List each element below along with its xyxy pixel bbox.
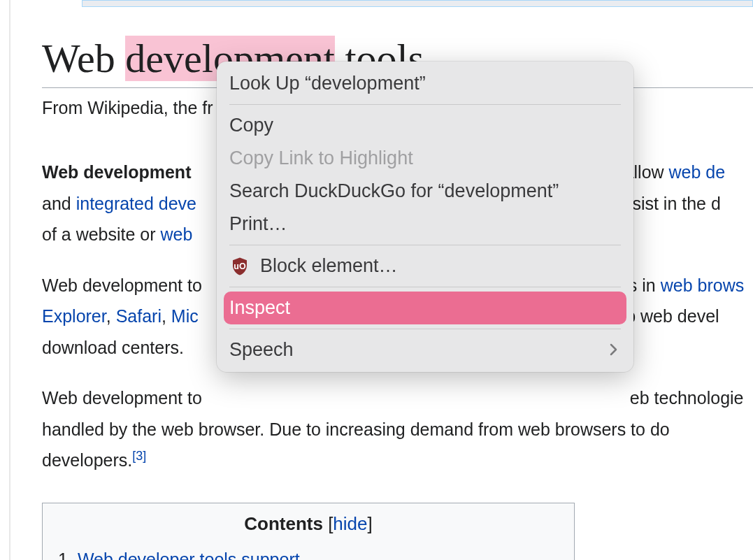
para1-t4: of a website or [42, 224, 161, 244]
para2-t1: Web development to [42, 275, 202, 295]
title-part-1: Web [42, 36, 125, 81]
toc-num-1: 1 [58, 550, 68, 561]
toc-link-1[interactable]: Web developer tools support [78, 550, 300, 561]
chevron-right-icon [610, 340, 618, 360]
menu-item-inspect[interactable]: Inspect [224, 292, 626, 324]
para3-t3: handled by the web browser. Due to incre… [42, 419, 670, 439]
para3-t4: developers. [42, 450, 132, 470]
menu-item-lookup[interactable]: Look Up “development” [217, 67, 633, 100]
link-web-brows[interactable]: web brows [661, 275, 745, 295]
para2-sep1: , [106, 306, 116, 326]
para2-t4: download centers. [42, 338, 184, 357]
menu-item-label: Inspect [229, 297, 290, 319]
toc-header: Contents [hide] [58, 513, 559, 535]
menu-item-label: Search DuckDuckGo for “development” [229, 180, 559, 202]
menu-item-label: Copy [229, 115, 273, 136]
menu-item-copy-link-highlight: Copy Link to Highlight [217, 142, 633, 175]
menu-separator [229, 329, 621, 329]
left-border [9, 0, 10, 560]
menu-item-label: Copy Link to Highlight [229, 148, 413, 169]
link-integrated-deve[interactable]: integrated deve [76, 194, 196, 213]
menu-separator [229, 104, 621, 105]
ublock-shield-icon: uO [229, 256, 250, 277]
para3-t2: eb technologie [630, 388, 744, 408]
toc-item: 1Web developer tools support [58, 543, 559, 561]
toc-title: Contents [244, 513, 323, 534]
top-tab-bar [82, 0, 753, 7]
menu-item-copy[interactable]: Copy [217, 109, 633, 142]
menu-separator [229, 245, 621, 245]
toc-bracket-close: ] [368, 513, 373, 534]
context-menu: Look Up “development” Copy Copy Link to … [217, 62, 633, 372]
menu-item-label: Speech [229, 339, 294, 361]
toc-bracket-open: [ [323, 513, 333, 534]
svg-text:uO: uO [234, 261, 246, 271]
menu-separator [229, 287, 621, 287]
table-of-contents: Contents [hide] 1Web developer tools sup… [42, 503, 575, 561]
para1-bold: Web development [42, 162, 196, 182]
link-mic[interactable]: Mic [171, 306, 199, 326]
menu-item-label: Print… [229, 213, 287, 235]
menu-item-label: Block element… [260, 255, 398, 277]
para1-t2: and [42, 194, 76, 213]
toc-hide-link[interactable]: hide [333, 513, 367, 534]
menu-item-label: Look Up “development” [229, 73, 426, 94]
link-web-de[interactable]: web de [669, 162, 726, 182]
menu-item-speech[interactable]: Speech [217, 333, 633, 366]
menu-item-print[interactable]: Print… [217, 208, 633, 240]
para2-sep2: , [162, 306, 171, 326]
para3-t1: Web development to [42, 388, 202, 408]
menu-item-search-duckduckgo[interactable]: Search DuckDuckGo for “development” [217, 175, 633, 208]
link-explorer[interactable]: Explorer [42, 306, 106, 326]
menu-item-block-element[interactable]: uO Block element… [217, 250, 633, 282]
reference-3[interactable]: [3] [132, 449, 146, 463]
link-safari[interactable]: Safari [116, 306, 162, 326]
link-web[interactable]: web [161, 224, 193, 244]
paragraph-3: Web development toeb technologie handled… [42, 382, 753, 476]
